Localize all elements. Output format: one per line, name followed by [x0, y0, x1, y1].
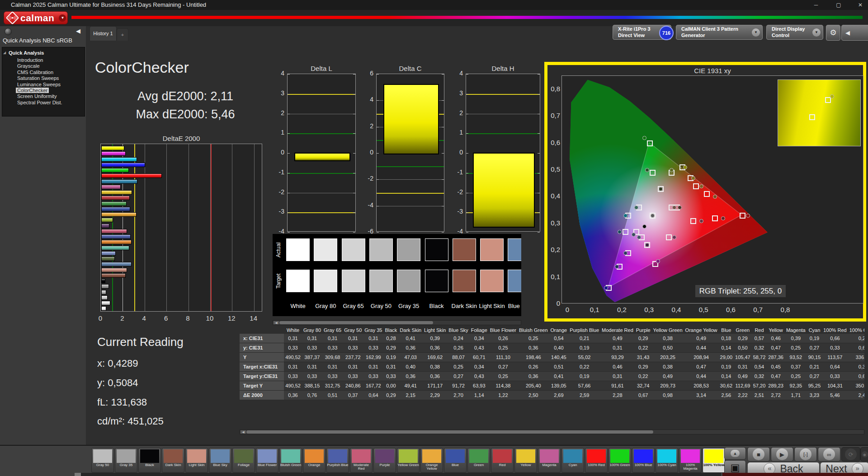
table-cell: 336,98	[848, 353, 864, 362]
series-read-button[interactable]: [‑]	[794, 447, 817, 462]
strip-scrollbar[interactable]	[75, 473, 721, 476]
sidebar-item-grayscale[interactable]: Grayscale	[16, 63, 41, 69]
table-cell: 312,75	[322, 381, 343, 391]
pattern-button-purplish-blue[interactable]: Purplish Blue	[326, 448, 349, 473]
sidebar-item-screen-uniformity[interactable]: Screen Uniformity	[16, 93, 58, 99]
pattern-button-red[interactable]: Red	[491, 448, 514, 473]
pattern-button-100-blue[interactable]: 100% Blue	[632, 448, 655, 473]
gridline	[232, 144, 232, 311]
calman-menu-button[interactable]: calman ▼	[4, 11, 68, 24]
pattern-button-purple[interactable]: Purple	[373, 448, 396, 473]
pattern-button-dark-skin[interactable]: Dark Skin	[162, 448, 184, 473]
swatch-white	[286, 238, 310, 261]
sidebar-item-saturation-sweeps[interactable]: Saturation Sweeps	[16, 75, 60, 81]
pattern-button-bluish-green[interactable]: Bluish Green	[279, 448, 302, 473]
table-cell: 0,33	[284, 372, 302, 381]
table-scrollbar[interactable]: ◀	[240, 429, 864, 434]
tree-expander-icon[interactable]: ◢	[3, 51, 6, 55]
panel-collapse-icon[interactable]: ◀	[841, 25, 868, 41]
sidebar-item-introduction[interactable]: Introduction	[16, 57, 44, 63]
pattern-button-100-yellow[interactable]: 100% Yellow	[703, 448, 725, 473]
swatch-dark-skin	[453, 238, 476, 261]
pattern-button-gray-35[interactable]: Gray 35	[115, 448, 137, 473]
tree-root[interactable]: Quick Analysis	[9, 50, 44, 56]
display-control-dropdown[interactable]: Direct Display Control ▼	[766, 25, 823, 40]
swatch-gray-50	[369, 238, 393, 261]
scrollbar-thumb[interactable]	[75, 473, 81, 476]
swatch-scrollbar[interactable]: ◀	[273, 320, 521, 325]
pattern-button-foliage[interactable]: Foliage	[232, 448, 255, 473]
swatch-label: Gray 65	[339, 303, 368, 309]
pattern-button-moderate-red[interactable]: Moderate Red	[350, 448, 373, 473]
scroll-left-icon[interactable]: ◀	[274, 321, 279, 324]
table-cell: 0,36	[284, 391, 302, 400]
pattern-button-magenta[interactable]: Magenta	[538, 448, 561, 473]
continuous-read-button[interactable]: ∞	[818, 447, 840, 462]
sidebar-item-luminance-sweeps[interactable]: Luminance Sweeps	[16, 82, 62, 87]
pattern-button-yellow-green[interactable]: Yellow Green	[397, 448, 420, 473]
measured-dot-28	[656, 259, 660, 263]
pattern-button-orange[interactable]: Orange	[303, 448, 326, 473]
row-header: y: CIE31	[240, 343, 284, 353]
table-cell: 88,07	[447, 353, 469, 362]
tab-add-button[interactable]: +	[117, 28, 128, 41]
pattern-button-100-red[interactable]: 100% Red	[585, 448, 608, 473]
swatch-row-label: Actual	[273, 238, 284, 261]
strip-expand-button[interactable]: ▲	[724, 447, 746, 460]
record-button[interactable]: ●	[860, 447, 868, 462]
table-cell: 0,51	[549, 362, 569, 372]
settings-gear-icon[interactable]: ⚙	[826, 25, 840, 41]
pattern-button-gray-50[interactable]: Gray 50	[91, 448, 114, 473]
play-button[interactable]: ▶	[771, 447, 793, 462]
pattern-color	[704, 449, 723, 463]
pattern-button-blue-flower[interactable]: Blue Flower	[256, 448, 278, 473]
de-bar-red	[101, 196, 130, 200]
table-cell: 91,61	[600, 381, 635, 391]
tick	[538, 212, 540, 213]
pattern-generator-dropdown[interactable]: CalMAN Client 3 Pattern Generator ▼	[676, 25, 763, 40]
tab-history-1[interactable]: History 1	[90, 26, 117, 41]
table-cell: 0,31	[600, 343, 635, 353]
scrollbar-thumb[interactable]	[279, 321, 433, 324]
tick	[466, 133, 468, 134]
pattern-button-green[interactable]: Green	[467, 448, 490, 473]
pattern-color	[681, 449, 700, 463]
pattern-button-blue[interactable]: Blue	[444, 448, 467, 473]
scrollbar-thumb[interactable]	[246, 430, 653, 434]
minimize-icon[interactable]: ─	[809, 1, 823, 9]
close-icon[interactable]: ✕	[854, 1, 867, 9]
sidebar-item-colorchecker[interactable]: ColorChecker	[16, 88, 49, 93]
sidebar-item-cms-calibration[interactable]: CMS Calibration	[16, 70, 55, 75]
pattern-button-yellow[interactable]: Yellow	[514, 448, 537, 473]
refresh-button[interactable]: ⟳	[841, 447, 860, 462]
sidebar-collapse-icon[interactable]: ◀	[76, 28, 80, 34]
meter-sync-badge[interactable]: 716	[659, 26, 674, 40]
pattern-button-100-cyan[interactable]: 100% Cyan	[656, 448, 678, 473]
refresh-icon: ⟳	[845, 448, 857, 460]
x-tick-label: 8	[181, 314, 195, 322]
pattern-button-light-skin[interactable]: Light Skin	[185, 448, 208, 473]
pattern-button-orange-yellow[interactable]: Orange Yellow	[420, 448, 443, 473]
pattern-button-100-magenta[interactable]: 100% Magenta	[679, 448, 702, 473]
sidebar-item-spectral-power-dist-[interactable]: Spectral Power Dist.	[16, 100, 64, 105]
tick	[353, 212, 355, 213]
scroll-left-icon[interactable]: ◀	[241, 430, 246, 434]
workflow-title: Quick Analysis NBC sRGB	[3, 37, 72, 44]
de-bar-yellow-green	[101, 218, 113, 222]
de-bar-blue-sky	[101, 262, 132, 266]
cie-x-tick: 0,8	[778, 306, 793, 313]
tick	[538, 94, 540, 94]
table-cell: 0,39	[423, 334, 447, 343]
swatch-gray-35	[397, 238, 420, 261]
tick	[538, 74, 540, 75]
pattern-button-100-green[interactable]: 100% Green	[609, 448, 631, 473]
pattern-label: Moderate Red	[350, 463, 372, 471]
stop-button[interactable]: ■	[747, 447, 770, 462]
cie-y-tick: 0,8	[544, 85, 560, 93]
pattern-button-black[interactable]: Black	[138, 448, 161, 473]
maximize-icon[interactable]: ▢	[832, 1, 845, 9]
deltae-chart-title: DeltaE 2000	[100, 135, 262, 142]
pattern-button-cyan[interactable]: Cyan	[561, 448, 584, 473]
column-header: Black	[383, 327, 398, 334]
pattern-button-blue-sky[interactable]: Blue Sky	[209, 448, 231, 473]
